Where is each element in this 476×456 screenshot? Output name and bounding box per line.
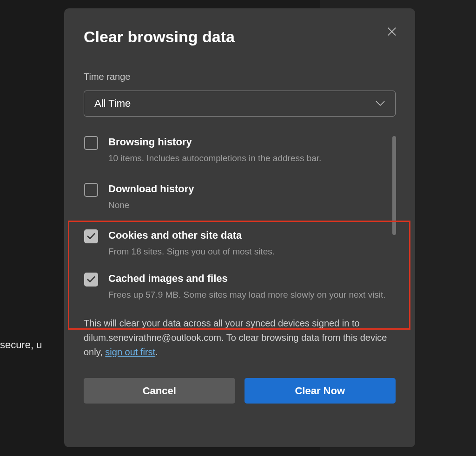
checkbox-download-history[interactable] (84, 183, 98, 197)
clear-browsing-data-dialog: Clear browsing data Time range All Time … (64, 8, 415, 447)
checkmark-icon (86, 276, 96, 283)
dialog-actions: Cancel Clear Now (84, 378, 396, 404)
item-title: Cookies and other site data (108, 229, 389, 241)
checkbox-browsing-history[interactable] (84, 136, 98, 150)
sign-out-link[interactable]: sign out first (105, 347, 155, 357)
list-item-browsing-history: Browsing history 10 items. Includes auto… (84, 136, 389, 165)
footer-text-part-2: . (155, 347, 158, 357)
dialog-title: Clear browsing data (84, 28, 396, 46)
item-desc: Frees up 57.9 MB. Some sites may load mo… (108, 288, 389, 302)
time-range-value: All Time (94, 98, 131, 110)
list-item-cookies: Cookies and other site data From 18 site… (84, 229, 389, 259)
list-item-cached: Cached images and files Frees up 57.9 MB… (84, 273, 389, 302)
checkbox-cached[interactable] (84, 273, 98, 287)
item-desc: 10 items. Includes autocompletions in th… (108, 152, 389, 165)
checkbox-cookies[interactable] (84, 229, 98, 243)
item-title: Cached images and files (108, 273, 389, 285)
scrollbar[interactable] (392, 136, 396, 235)
time-range-label: Time range (84, 72, 396, 82)
data-type-list: Browsing history 10 items. Includes auto… (84, 136, 396, 301)
close-icon (387, 26, 397, 37)
item-desc: None (108, 199, 389, 212)
list-item-download-history: Download history None (84, 183, 389, 212)
item-desc: From 18 sites. Signs you out of most sit… (108, 245, 389, 259)
item-title: Download history (108, 183, 389, 195)
close-button[interactable] (385, 25, 399, 39)
clear-now-button[interactable]: Clear Now (245, 378, 396, 404)
cancel-button[interactable]: Cancel (84, 378, 235, 404)
time-range-select[interactable]: All Time (84, 91, 396, 117)
background-peek-text: secure, u (0, 339, 42, 351)
checkmark-icon (86, 233, 96, 240)
sync-warning-text: This will clear your data across all you… (84, 316, 396, 359)
chevron-down-icon (376, 101, 385, 106)
item-title: Browsing history (108, 136, 389, 148)
